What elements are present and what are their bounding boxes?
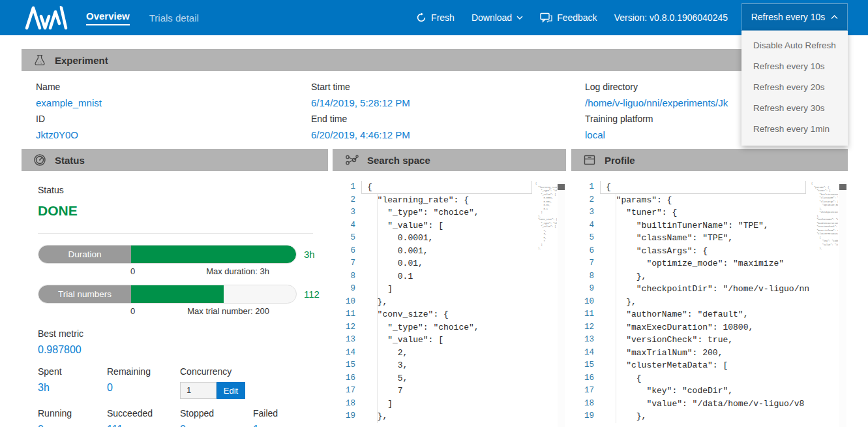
status-body: Status DONE Duration 3h 0 Max duration: … [22,171,328,427]
trial-min: 0 [130,306,135,316]
line-number: 17 [333,385,355,398]
refresh-menu-item[interactable]: Disable Auto Refresh [741,35,848,56]
search-space-editor[interactable]: 1{2 "learning_rate": {3 "_type": "choice… [333,181,566,427]
nni-overview-page: Overview Trials detail Fresh Download [0,0,868,427]
status-panel-title: Status [55,155,85,166]
code-text: }, [355,410,387,423]
line-number: 7 [333,257,355,270]
id-label: ID [36,112,102,127]
spent-label: Spent [38,364,107,379]
line-number: 10 [333,296,355,309]
code-text: 0.001, [355,245,428,258]
profile-rows: 1{2 "params": {3 "tuner": {4 "builtinTun… [571,181,848,423]
refresh-menu-item[interactable]: Refresh every 1min [741,119,848,140]
trial-value: 112 [304,289,320,300]
code-line: 2 "params": { [571,194,848,207]
edit-button[interactable]: Edit [217,382,245,399]
stopped-value: 0 [180,424,253,427]
search-space-panel-title: Search space [367,155,430,166]
code-text: "_type": "choice", [355,206,479,219]
line-number: 12 [571,321,594,334]
molecule-icon [344,153,359,166]
indent-guide [616,194,616,423]
line-number: 6 [571,245,594,258]
code-line: 18 "value": "/data/home/v-liguo/v8 [571,398,848,411]
fresh-button[interactable]: Fresh [416,12,455,23]
line-number: 13 [571,334,594,347]
code-line: 12 "maxExecDuration": 10800, [571,321,848,334]
line-number: 14 [333,347,355,360]
code-line: 14 "maxTrialNum": 200, [571,347,848,360]
code-text: "maxTrialNum": 200, [594,347,723,360]
line-number: 17 [571,385,594,398]
search-space-minimap[interactable]: { "learning_rate": { "_type": "choice", … [533,182,557,427]
running-label: Running [38,406,107,421]
search-space-panel-header: Search space [333,149,566,171]
duration-min: 0 [130,266,135,276]
code-line: 7 0.01, [333,257,566,270]
code-line: 6 "classArgs": { [571,245,848,258]
feedback-button[interactable]: Feedback [540,12,597,23]
line-number: 11 [571,308,594,321]
training-platform-value: local [585,127,728,144]
line-number: 2 [571,194,594,207]
scrollbar-track[interactable] [558,181,565,427]
flask-icon [33,54,46,67]
duration-bar-row: Duration 3h [38,245,313,264]
tab-overview[interactable]: Overview [86,10,130,25]
code-line: 16 5, [333,372,566,385]
scrollbar-thumb[interactable] [839,184,846,190]
refresh-icon [416,12,427,23]
line-number: 18 [571,398,594,411]
code-text: 7 [355,385,403,398]
tab-trials-detail[interactable]: Trials detail [149,12,199,24]
code-text: "learning_rate": { [355,194,469,207]
code-text: ] [355,283,393,296]
line-number: 11 [333,308,355,321]
succeeded-value: 111 [107,424,180,427]
end-time-value: 6/20/2019, 4:46:12 PM [311,127,410,144]
code-text: "_value": [ [355,219,443,232]
name-value: example_mnist [36,95,102,112]
profile-minimap[interactable]: { "params": { "tuner": { "builtinTunerNa… [809,182,838,427]
line-number: 19 [571,410,594,423]
line-number: 5 [571,232,594,245]
line-number: 15 [571,359,594,372]
succeeded-label: Succeeded [107,406,180,421]
refresh-interval-button[interactable]: Refresh every 10s [741,3,848,31]
download-button[interactable]: Download [471,12,523,23]
experiment-panel-title: Experiment [55,55,108,66]
code-line: 18 ] [333,398,566,411]
duration-bar-scale: 0 Max duration: 3h [38,266,297,276]
scrollbar-thumb[interactable] [558,184,565,190]
concurrency-input[interactable]: 1 [180,382,217,399]
profile-panel: Profile 1{2 "params": {3 "tuner": {4 "bu… [571,149,848,427]
line-number: 4 [571,219,594,232]
line-number: 16 [333,372,355,385]
trial-counts: Running 0 Succeeded 111 Stopped 0 Failed… [38,406,313,427]
experiment-body: Name example_mnist ID Jktz0Y0O Start tim… [22,71,846,144]
profile-editor[interactable]: 1{2 "params": {3 "tuner": {4 "builtinTun… [571,181,848,427]
top-navbar: Overview Trials detail Fresh Download [0,0,868,35]
trial-bar: Trial numbers [38,285,297,304]
code-text: { [594,372,642,385]
status-label: Status [38,183,313,198]
code-line: 13 "versionCheck": true, [571,334,848,347]
remaining-label: Remaining [107,364,180,379]
search-space-rows: 1{2 "learning_rate": {3 "_type": "choice… [333,181,566,423]
code-line: 5 "className": "TPE", [571,232,848,245]
line-number: 12 [333,321,355,334]
refresh-menu: Disable Auto RefreshRefresh every 10sRef… [741,31,848,146]
end-time-label: End time [311,112,410,127]
code-text: 0.1 [355,270,413,283]
scrollbar-track[interactable] [839,181,846,427]
navbar-actions: Fresh Download Feedback Version: v0.8.0.… [416,12,728,23]
training-platform-label: Training platform [585,112,728,127]
refresh-menu-item[interactable]: Refresh every 30s [741,98,848,119]
start-time-label: Start time [311,80,410,95]
code-line: 6 0.001, [333,245,566,258]
refresh-menu-item[interactable]: Refresh every 20s [741,77,848,98]
code-line: 13 "_value": [ [333,334,566,347]
refresh-menu-item[interactable]: Refresh every 10s [741,56,848,77]
code-text: 0.0001, [355,232,433,245]
